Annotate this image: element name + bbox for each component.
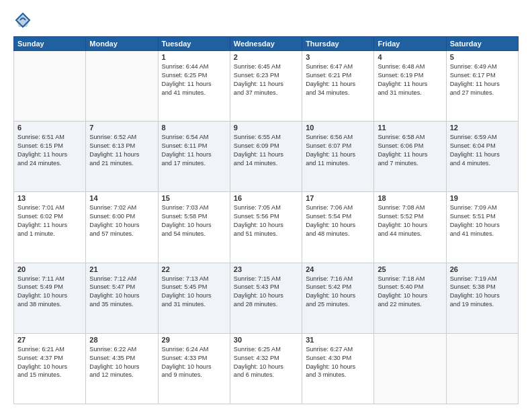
cell-content: Sunrise: 7:15 AM Sunset: 5:43 PM Dayligh… (234, 275, 298, 310)
cell-content: Sunrise: 7:12 AM Sunset: 5:47 PM Dayligh… (89, 275, 154, 310)
day-number: 28 (89, 336, 154, 344)
cell-content: Sunrise: 6:22 AM Sunset: 4:35 PM Dayligh… (89, 345, 154, 380)
logo (13, 11, 35, 30)
cell-content: Sunrise: 7:19 AM Sunset: 5:38 PM Dayligh… (450, 275, 515, 310)
calendar-cell: 31Sunrise: 6:27 AM Sunset: 4:30 PM Dayli… (302, 333, 374, 404)
cell-content: Sunrise: 6:59 AM Sunset: 6:04 PM Dayligh… (450, 133, 515, 168)
calendar-cell: 22Sunrise: 7:13 AM Sunset: 5:45 PM Dayli… (158, 263, 230, 333)
day-number: 23 (234, 265, 298, 273)
cell-content: Sunrise: 7:16 AM Sunset: 5:42 PM Dayligh… (306, 275, 370, 310)
calendar-cell: 18Sunrise: 7:08 AM Sunset: 5:52 PM Dayli… (374, 192, 446, 263)
calendar-cell: 27Sunrise: 6:21 AM Sunset: 4:37 PM Dayli… (14, 333, 86, 404)
calendar-cell: 16Sunrise: 7:05 AM Sunset: 5:56 PM Dayli… (230, 192, 302, 263)
cell-content: Sunrise: 6:51 AM Sunset: 6:15 PM Dayligh… (17, 133, 82, 168)
calendar-cell: 7Sunrise: 6:52 AM Sunset: 6:13 PM Daylig… (86, 122, 158, 192)
calendar-cell (446, 333, 518, 404)
day-number: 12 (450, 124, 515, 132)
calendar-cell: 2Sunrise: 6:45 AM Sunset: 6:23 PM Daylig… (230, 51, 302, 122)
calendar-cell (86, 51, 158, 122)
day-number: 31 (306, 336, 370, 344)
calendar-cell: 10Sunrise: 6:56 AM Sunset: 6:07 PM Dayli… (302, 122, 374, 192)
calendar-cell: 15Sunrise: 7:03 AM Sunset: 5:58 PM Dayli… (158, 192, 230, 263)
cell-content: Sunrise: 7:13 AM Sunset: 5:45 PM Dayligh… (162, 275, 226, 310)
day-number: 11 (378, 124, 442, 132)
cell-content: Sunrise: 7:01 AM Sunset: 6:02 PM Dayligh… (17, 203, 82, 238)
calendar-cell: 28Sunrise: 6:22 AM Sunset: 4:35 PM Dayli… (86, 333, 158, 404)
calendar-cell: 6Sunrise: 6:51 AM Sunset: 6:15 PM Daylig… (14, 122, 86, 192)
day-number: 26 (450, 265, 515, 273)
header (13, 11, 519, 30)
weekday-header-row: SundayMondayTuesdayWednesdayThursdayFrid… (14, 37, 519, 51)
cell-content: Sunrise: 6:58 AM Sunset: 6:06 PM Dayligh… (378, 133, 442, 168)
cell-content: Sunrise: 7:05 AM Sunset: 5:56 PM Dayligh… (234, 203, 298, 238)
calendar-cell (14, 51, 86, 122)
cell-content: Sunrise: 6:55 AM Sunset: 6:09 PM Dayligh… (234, 133, 298, 168)
cell-content: Sunrise: 6:48 AM Sunset: 6:19 PM Dayligh… (378, 62, 442, 97)
calendar-cell: 17Sunrise: 7:06 AM Sunset: 5:54 PM Dayli… (302, 192, 374, 263)
weekday-sunday: Sunday (14, 37, 86, 51)
calendar-cell: 29Sunrise: 6:24 AM Sunset: 4:33 PM Dayli… (158, 333, 230, 404)
day-number: 20 (17, 265, 82, 273)
day-number: 17 (306, 194, 370, 202)
calendar-cell: 25Sunrise: 7:18 AM Sunset: 5:40 PM Dayli… (374, 263, 446, 333)
day-number: 5 (450, 53, 515, 61)
day-number: 30 (234, 336, 298, 344)
day-number: 7 (89, 124, 154, 132)
day-number: 25 (378, 265, 442, 273)
cell-content: Sunrise: 7:06 AM Sunset: 5:54 PM Dayligh… (306, 203, 370, 238)
week-row-1: 6Sunrise: 6:51 AM Sunset: 6:15 PM Daylig… (14, 122, 519, 192)
day-number: 2 (234, 53, 298, 61)
cell-content: Sunrise: 6:54 AM Sunset: 6:11 PM Dayligh… (162, 133, 226, 168)
day-number: 29 (162, 336, 226, 344)
cell-content: Sunrise: 6:24 AM Sunset: 4:33 PM Dayligh… (162, 345, 226, 380)
cell-content: Sunrise: 6:49 AM Sunset: 6:17 PM Dayligh… (450, 62, 515, 97)
week-row-4: 27Sunrise: 6:21 AM Sunset: 4:37 PM Dayli… (14, 333, 519, 404)
day-number: 14 (89, 194, 154, 202)
calendar-cell: 19Sunrise: 7:09 AM Sunset: 5:51 PM Dayli… (446, 192, 518, 263)
svg-marker-1 (16, 13, 30, 27)
cell-content: Sunrise: 7:11 AM Sunset: 5:49 PM Dayligh… (17, 275, 82, 310)
cell-content: Sunrise: 7:18 AM Sunset: 5:40 PM Dayligh… (378, 275, 442, 310)
day-number: 9 (234, 124, 298, 132)
calendar-cell: 1Sunrise: 6:44 AM Sunset: 6:25 PM Daylig… (158, 51, 230, 122)
day-number: 24 (306, 265, 370, 273)
weekday-monday: Monday (86, 37, 158, 51)
calendar-table: SundayMondayTuesdayWednesdayThursdayFrid… (13, 36, 519, 404)
calendar-cell: 13Sunrise: 7:01 AM Sunset: 6:02 PM Dayli… (14, 192, 86, 263)
weekday-saturday: Saturday (446, 37, 518, 51)
calendar-cell: 23Sunrise: 7:15 AM Sunset: 5:43 PM Dayli… (230, 263, 302, 333)
day-number: 3 (306, 53, 370, 61)
day-number: 21 (89, 265, 154, 273)
calendar-cell: 20Sunrise: 7:11 AM Sunset: 5:49 PM Dayli… (14, 263, 86, 333)
day-number: 8 (162, 124, 226, 132)
day-number: 19 (450, 194, 515, 202)
weekday-friday: Friday (374, 37, 446, 51)
calendar-cell: 21Sunrise: 7:12 AM Sunset: 5:47 PM Dayli… (86, 263, 158, 333)
cell-content: Sunrise: 6:21 AM Sunset: 4:37 PM Dayligh… (17, 345, 82, 380)
logo-icon (13, 11, 32, 30)
cell-content: Sunrise: 7:02 AM Sunset: 6:00 PM Dayligh… (89, 203, 154, 238)
cell-content: Sunrise: 6:44 AM Sunset: 6:25 PM Dayligh… (162, 62, 226, 97)
day-number: 16 (234, 194, 298, 202)
day-number: 18 (378, 194, 442, 202)
day-number: 13 (17, 194, 82, 202)
cell-content: Sunrise: 6:45 AM Sunset: 6:23 PM Dayligh… (234, 62, 298, 97)
calendar-cell: 26Sunrise: 7:19 AM Sunset: 5:38 PM Dayli… (446, 263, 518, 333)
cell-content: Sunrise: 7:08 AM Sunset: 5:52 PM Dayligh… (378, 203, 442, 238)
day-number: 27 (17, 336, 82, 344)
week-row-0: 1Sunrise: 6:44 AM Sunset: 6:25 PM Daylig… (14, 51, 519, 122)
weekday-thursday: Thursday (302, 37, 374, 51)
weekday-wednesday: Wednesday (230, 37, 302, 51)
calendar-cell: 3Sunrise: 6:47 AM Sunset: 6:21 PM Daylig… (302, 51, 374, 122)
cell-content: Sunrise: 6:52 AM Sunset: 6:13 PM Dayligh… (89, 133, 154, 168)
cell-content: Sunrise: 7:09 AM Sunset: 5:51 PM Dayligh… (450, 203, 515, 238)
calendar-cell: 11Sunrise: 6:58 AM Sunset: 6:06 PM Dayli… (374, 122, 446, 192)
calendar-cell: 5Sunrise: 6:49 AM Sunset: 6:17 PM Daylig… (446, 51, 518, 122)
day-number: 22 (162, 265, 226, 273)
weekday-tuesday: Tuesday (158, 37, 230, 51)
day-number: 1 (162, 53, 226, 61)
cell-content: Sunrise: 7:03 AM Sunset: 5:58 PM Dayligh… (162, 203, 226, 238)
day-number: 6 (17, 124, 82, 132)
calendar-cell (374, 333, 446, 404)
calendar-cell: 14Sunrise: 7:02 AM Sunset: 6:00 PM Dayli… (86, 192, 158, 263)
